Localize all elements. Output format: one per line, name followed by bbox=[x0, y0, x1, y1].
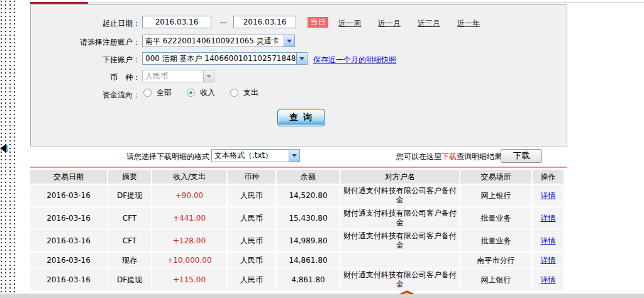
cell-place: 网上银行 bbox=[460, 269, 533, 290]
radio-selected-icon[interactable] bbox=[187, 89, 195, 97]
download-format-select[interactable]: 文本格式（.txt） bbox=[211, 149, 300, 162]
registered-account-value: 南平 6222001406100921065 灵通卡 bbox=[143, 36, 279, 47]
table-row: 2016-03-16CFT+441.00人民币15,430.80财付通支付科技有… bbox=[30, 207, 564, 229]
quick-date-links: 近一周近一月近三月近一年 bbox=[338, 18, 480, 29]
detail-link[interactable]: 详情 bbox=[541, 275, 556, 285]
column-header: 操作 bbox=[533, 170, 564, 184]
download-hint-link[interactable]: 下载 bbox=[441, 152, 457, 161]
download-hint-prefix: 您可以在这里 bbox=[396, 152, 441, 161]
cell-balance: 15,430.80 bbox=[277, 207, 341, 229]
flame-icon-core bbox=[402, 292, 411, 294]
detail-link[interactable]: 详情 bbox=[541, 236, 556, 246]
cell-counterparty: 财付通支付科技有限公司客户备付金 bbox=[341, 185, 460, 206]
detail-link[interactable]: 详情 bbox=[541, 213, 556, 224]
cell-counterparty bbox=[341, 253, 460, 268]
query-button[interactable]: 查 询 bbox=[277, 109, 325, 126]
download-hint: 您可以在这里下载查询明细结果 bbox=[396, 152, 502, 162]
cell-currency: 人民币 bbox=[228, 253, 277, 268]
radio-icon[interactable] bbox=[230, 89, 238, 97]
column-header: 收入/支出 bbox=[152, 170, 228, 184]
currency-select-disabled: 人民币 bbox=[142, 70, 214, 82]
cell-counterparty: 财付通支付科技有限公司客户备付金 bbox=[341, 269, 460, 290]
cell-place: 南平市分行 bbox=[460, 253, 533, 268]
sub-account-value: 000 活期 基本户 1406600101102571848 bbox=[143, 53, 296, 64]
cell-summary: CFT bbox=[108, 230, 152, 251]
cell-amount: +128.00 bbox=[152, 230, 228, 251]
download-hint-suffix: 查询明细结果 bbox=[457, 152, 502, 161]
flow-option[interactable]: 支出 bbox=[230, 87, 258, 98]
cell-place: 批量业务 bbox=[460, 207, 533, 229]
detail-link[interactable]: 详情 bbox=[541, 190, 556, 201]
snapshot-link[interactable]: 保存近一个月的明细快照 bbox=[313, 55, 396, 65]
cell-balance: 14,861.80 bbox=[277, 253, 341, 268]
column-header: 交易日期 bbox=[30, 170, 108, 184]
table-header-row: 交易日期摘要收入/支出币种余额对方户名交易场所操作 bbox=[30, 170, 564, 184]
cell-place: 批量业务 bbox=[460, 230, 533, 251]
cell-balance: 4,861.80 bbox=[277, 269, 341, 290]
download-button[interactable]: 下载 bbox=[501, 149, 542, 163]
date-to-input[interactable] bbox=[233, 16, 296, 28]
detail-link[interactable]: 详情 bbox=[541, 255, 556, 266]
table-row: 2016-03-16DF提现+115.00人民币4,861.80财付通支付科技有… bbox=[30, 269, 564, 290]
cell-currency: 人民币 bbox=[228, 230, 277, 251]
radio-icon[interactable] bbox=[143, 89, 152, 97]
currency-value: 人民币 bbox=[143, 71, 168, 82]
cell-summary: DF提现 bbox=[108, 269, 152, 290]
chevron-down-icon bbox=[203, 70, 214, 82]
fund-flow-label: 资金流向： bbox=[31, 90, 140, 101]
cell-date: 2016-03-16 bbox=[30, 269, 108, 290]
cell-action: 详情 bbox=[533, 230, 564, 251]
flow-option-label: 支出 bbox=[243, 87, 258, 98]
quick-range-link[interactable]: 近三月 bbox=[418, 18, 440, 29]
table-body: 2016-03-16DF提现+90.00人民币14,520.80财付通支付科技有… bbox=[30, 185, 564, 290]
query-form-panel: 起止日期： — 当日 近一周近一月近三月近一年 请选择注册账户： 南平 6222… bbox=[30, 4, 567, 146]
cell-date: 2016-03-16 bbox=[30, 253, 108, 268]
date-from-input[interactable] bbox=[142, 16, 211, 28]
fund-flow-options: 全部收入支出 bbox=[143, 87, 258, 98]
flow-option-label: 收入 bbox=[200, 87, 215, 98]
cell-balance: 14,520.80 bbox=[277, 185, 341, 206]
cell-date: 2016-03-16 bbox=[30, 185, 108, 206]
column-header: 余额 bbox=[277, 170, 341, 184]
table-row: 2016-03-16现存+10,000.00人民币14,861.80南平市分行详… bbox=[30, 253, 564, 268]
bottom-scroll-strip[interactable] bbox=[0, 294, 644, 298]
quick-range-link[interactable]: 近一年 bbox=[457, 18, 480, 29]
quick-range-link[interactable]: 近一周 bbox=[338, 18, 361, 29]
download-format-label: 请您选择下载明细的格式 bbox=[94, 152, 209, 162]
cell-amount: +441.00 bbox=[152, 207, 228, 229]
cell-summary: CFT bbox=[108, 207, 152, 229]
chevron-down-icon[interactable] bbox=[284, 35, 294, 47]
top-accent-line bbox=[30, 2, 88, 4]
flow-option[interactable]: 收入 bbox=[187, 87, 215, 98]
cell-currency: 人民币 bbox=[228, 269, 277, 290]
column-header: 交易场所 bbox=[460, 170, 533, 184]
quick-range-link[interactable]: 近一月 bbox=[378, 18, 401, 29]
cell-currency: 人民币 bbox=[228, 185, 277, 206]
transactions-table: 交易日期摘要收入/支出币种余额对方户名交易场所操作 2016-03-16DF提现… bbox=[30, 170, 564, 292]
currency-label: 币 种： bbox=[31, 72, 140, 83]
account-label: 请选择注册账户： bbox=[31, 37, 140, 48]
cell-amount: +115.00 bbox=[152, 269, 228, 290]
left-arrow-marker-icon[interactable] bbox=[0, 144, 6, 153]
download-format-value: 文本格式（.txt） bbox=[212, 150, 272, 161]
cell-action: 详情 bbox=[533, 207, 564, 229]
top-divider-line bbox=[88, 3, 644, 3]
cell-summary: 现存 bbox=[108, 253, 152, 268]
cell-amount: +90.00 bbox=[152, 185, 228, 206]
flow-option[interactable]: 全部 bbox=[143, 87, 172, 98]
chevron-down-icon[interactable] bbox=[296, 53, 307, 64]
cell-action: 详情 bbox=[533, 269, 564, 290]
chevron-down-icon[interactable] bbox=[289, 150, 299, 162]
cell-summary: DF提现 bbox=[108, 185, 152, 206]
column-header: 对方户名 bbox=[341, 170, 460, 184]
table-row: 2016-03-16DF提现+90.00人民币14,520.80财付通支付科技有… bbox=[30, 185, 564, 206]
cell-currency: 人民币 bbox=[228, 207, 277, 229]
cell-counterparty: 财付通支付科技有限公司客户备付金 bbox=[341, 230, 460, 251]
cell-place: 网上银行 bbox=[460, 185, 533, 206]
registered-account-select[interactable]: 南平 6222001406100921065 灵通卡 bbox=[142, 35, 295, 47]
sub-account-select[interactable]: 000 活期 基本户 1406600101102571848 bbox=[142, 52, 308, 65]
marker-accent bbox=[6, 145, 8, 152]
today-badge-button[interactable]: 当日 bbox=[308, 17, 328, 28]
cell-action: 详情 bbox=[533, 253, 564, 268]
cell-action: 详情 bbox=[533, 185, 564, 206]
